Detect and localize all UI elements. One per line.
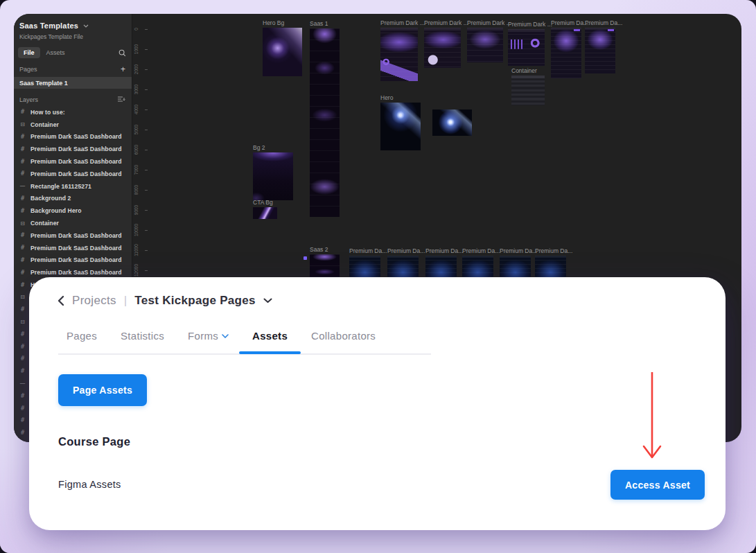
frame-icon: # [19,159,26,165]
frame-label[interactable]: CTA Bg [253,199,277,207]
frame-icon: # [19,331,26,337]
layer-row[interactable]: ⊟Container [14,217,132,229]
frame-label[interactable]: Container [511,67,545,76]
ruler-value: 4000 [134,105,139,114]
chevron-down-icon[interactable] [83,24,89,28]
ruler-tick [145,270,148,271]
frame-thumbnail[interactable] [511,76,545,105]
file-title[interactable]: Saas Templates [19,21,78,30]
chevron-down-icon[interactable] [263,298,272,304]
ruler-value: 1000 [134,44,139,54]
frame-label[interactable]: Premium Dark ... [380,19,425,28]
section-title: Course Page [58,435,130,448]
layer-row[interactable]: #Premium Dark SaaS Dashboard [14,242,132,254]
layer-label: Premium Dark SaaS Dashboard [30,158,122,165]
tab-collaborators[interactable]: Collaborators [311,330,376,351]
canvas-frame[interactable]: CTA Bg [253,199,277,219]
line-icon: — [19,380,26,387]
canvas-frame[interactable]: Premium Dark ... [467,19,511,62]
layer-row[interactable]: #Premium Dark SaaS Dashboard [14,168,132,180]
layer-row[interactable]: ⊟Container [14,119,132,131]
access-asset-button[interactable]: Access Asset [610,470,705,500]
canvas-frame[interactable] [432,109,472,136]
layer-label: Premium Dark SaaS Dashboard [30,232,122,239]
canvas-frame[interactable]: Hero [380,94,421,150]
frame-label[interactable]: Premium Da... [425,247,463,256]
frame-label[interactable]: Premium Dark ... [508,21,552,29]
asset-row-label: Figma Assets [58,479,121,490]
ruler-value: 9000 [134,205,139,215]
frame-icon: # [19,270,26,276]
tab-assets[interactable]: Assets [252,330,288,351]
frame-label[interactable]: Premium Da... [349,247,387,256]
canvas-frame[interactable]: Container [511,67,545,105]
frame-thumbnail[interactable] [310,28,340,217]
canvas-frame[interactable]: Premium Dark ... [424,19,468,68]
tab-forms[interactable]: Forms [188,330,229,351]
ruler-value: 12000 [134,264,139,276]
frame-icon: # [19,134,26,140]
frame-thumbnail[interactable] [551,28,581,78]
canvas-frame[interactable]: Hero Bg [263,19,302,76]
frame-label[interactable]: Premium Da... [462,247,500,256]
breadcrumb: Projects | Test Kickpage Pages [57,294,272,308]
canvas-frame[interactable]: Premium Da... [551,19,588,78]
frame-label[interactable]: Premium Dark ... [424,19,468,28]
tab-pages[interactable]: Pages [67,330,97,351]
frame-thumbnail[interactable] [467,28,503,62]
ruler-tick [145,190,148,191]
layer-row[interactable]: #Premium Dark SaaS Dashboard [14,131,132,143]
frame-thumbnail[interactable] [380,103,421,150]
container-icon: ⊟ [19,121,26,128]
canvas-frame[interactable]: Premium Dark ... [380,19,425,81]
canvas-frame[interactable]: Saas 1 [310,20,340,217]
layer-label: Premium Dark SaaS Dashboard [30,256,122,263]
frame-label[interactable]: Premium Da... [387,247,425,256]
layer-row[interactable]: #How to use: [14,106,132,119]
layer-row[interactable]: #Premium Dark SaaS Dashboard [14,155,132,168]
layer-label: Premium Dark SaaS Dashboard [30,269,122,276]
frame-thumbnail[interactable] [424,28,461,68]
frame-thumbnail[interactable] [508,29,545,66]
ruler-tick [145,150,148,150]
frame-label[interactable]: Premium Da... [500,247,537,256]
page-item-saas-template-1[interactable]: Saas Template 1 [14,77,132,89]
layers-options-icon[interactable] [118,96,125,103]
frame-label[interactable]: Premium Da... [535,247,572,256]
line-icon: — [19,183,26,189]
frame-icon: # [19,170,26,177]
tab-assets[interactable]: Assets [46,49,65,56]
frame-label[interactable]: Hero Bg [263,19,302,28]
frame-label[interactable]: Premium Dark ... [467,19,511,28]
frame-label[interactable]: Saas 1 [310,20,340,28]
frame-label[interactable]: Premium Da... [551,19,588,28]
canvas-frame[interactable]: Bg 2 [253,144,293,200]
frame-label[interactable]: Hero [380,94,421,103]
frame-thumbnail[interactable] [432,109,472,136]
canvas-frame[interactable]: Premium Dark ... [508,21,552,66]
layer-row[interactable]: #Premium Dark SaaS Dashboard [14,254,132,267]
canvas-frame[interactable]: Premium Da... [585,19,622,73]
breadcrumb-projects[interactable]: Projects [72,294,116,308]
search-icon[interactable] [118,49,126,57]
back-chevron-icon[interactable] [57,295,64,306]
layer-row[interactable]: #Background Hero [14,204,132,217]
layer-row[interactable]: #Premium Dark SaaS Dashboard [14,229,132,242]
frame-thumbnail[interactable] [253,152,293,200]
layer-row[interactable]: #Background 2 [14,193,132,205]
page-assets-button[interactable]: Page Assets [58,374,147,406]
frame-label[interactable]: Bg 2 [253,144,293,152]
layer-row[interactable]: #Premium Dark SaaS Dashboard [14,143,132,155]
frame-thumbnail[interactable] [585,28,615,73]
tab-statistics[interactable]: Statistics [121,330,164,351]
tab-file[interactable]: File [18,47,40,58]
frame-thumbnail[interactable] [263,28,302,76]
layer-row[interactable]: —Rectangle 161125271 [14,180,132,193]
frame-thumbnail[interactable] [253,207,277,219]
frame-thumbnail[interactable] [380,28,418,81]
frame-label[interactable]: Premium Da... [585,19,622,28]
add-page-icon[interactable]: + [121,67,125,73]
frame-label[interactable]: Saas 2 [310,246,340,254]
layer-label: Premium Dark SaaS Dashboard [30,133,122,140]
ruler-tick [145,109,148,110]
